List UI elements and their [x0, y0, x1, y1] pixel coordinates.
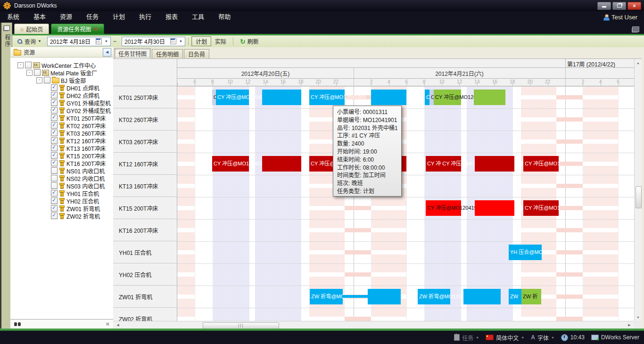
vertical-scrollbar[interactable]: ▲ ▼	[634, 59, 642, 321]
tree-expander-icon[interactable]: -	[26, 70, 33, 76]
query-button[interactable]: 查询 ▼	[14, 37, 44, 46]
close-button[interactable]: ×	[627, 2, 641, 10]
gantt-task-bar[interactable]: ZW 折弯@MO12041901	[418, 289, 450, 304]
gantt-task-bar[interactable]: CY 冲压@MO12041901	[216, 90, 249, 105]
refresh-button[interactable]: ↻ 刷新	[236, 37, 263, 46]
tree-expander-icon[interactable]: -	[36, 77, 42, 83]
tree-checkbox[interactable]	[51, 107, 58, 114]
tree-checkbox[interactable]	[51, 160, 58, 166]
tree-checkbox[interactable]	[51, 167, 58, 174]
scroll-up-arrow[interactable]: ▲	[635, 59, 642, 66]
menu-item-8[interactable]: 帮助	[211, 11, 238, 23]
tree-item-kt02[interactable]: KT02 260T冲床	[10, 122, 113, 129]
scroll-left-arrow[interactable]: ◀	[114, 321, 122, 329]
scroll-down-arrow[interactable]: ▼	[635, 313, 642, 321]
tree-item-kt16[interactable]: KT16 200T冲床	[10, 159, 113, 167]
gantt-task-bar[interactable]	[475, 200, 514, 216]
menu-item-6[interactable]: 报表	[158, 11, 185, 23]
tab-resource-task-view[interactable]: 资源任务视图 ✕	[51, 24, 104, 34]
tab-task-detail[interactable]: 任务明细	[152, 49, 183, 58]
gantt-task-bar[interactable]: CY 冲压@MO12041901	[309, 90, 345, 105]
date-to-field[interactable]: 2012年 4月30日 ▼	[122, 37, 185, 46]
gantt-task-bar[interactable]	[474, 90, 505, 105]
gantt-task-bar[interactable]	[463, 289, 501, 304]
close-icon[interactable]: ×	[106, 320, 109, 328]
tree-item-kt03[interactable]: KT03 260T冲床	[10, 129, 113, 137]
collapse-panel-button[interactable]: ◀	[103, 48, 111, 57]
gantt-task-bar[interactable]	[262, 156, 301, 172]
gantt-task-bar[interactable]: C	[425, 90, 429, 105]
tree-item-ns01[interactable]: NS01 内收口机	[10, 167, 113, 174]
gantt-task-bar[interactable]: CY 冲压@MO1	[523, 200, 559, 216]
tree-checkbox[interactable]	[51, 84, 58, 91]
gantt-task-bar[interactable]	[371, 90, 406, 105]
tree-checkbox[interactable]	[51, 205, 58, 212]
gantt-task-bar[interactable]: C	[429, 90, 434, 105]
gantt-task-bar[interactable]: ZW 折	[521, 289, 541, 304]
tab-close-icon[interactable]: ✕	[93, 26, 98, 32]
tree-item-bj[interactable]: -BJ 钣金部	[10, 76, 113, 84]
tree-checkbox[interactable]	[51, 197, 58, 204]
gantt-task-bar[interactable]	[343, 295, 368, 298]
status-language-menu[interactable]: 简体中文 ▼	[486, 334, 524, 342]
tree-item-zw01[interactable]: ZW01 折弯机	[10, 205, 113, 212]
gantt-task-bar[interactable]: CY 冲压@MO12041902	[434, 90, 461, 105]
tree-checkbox[interactable]	[51, 92, 58, 98]
gantt-task-bar[interactable]	[262, 90, 301, 105]
actual-toggle-button[interactable]: 实际	[211, 37, 230, 46]
status-task-menu[interactable]: 任务 ▼	[454, 334, 479, 342]
menu-item-1[interactable]: 基本	[26, 11, 53, 23]
gantt-task-bar[interactable]: YH 压合@MO1	[509, 245, 542, 260]
tree-checkbox[interactable]	[25, 62, 32, 68]
scroll-right-arrow[interactable]: ▶	[626, 321, 633, 329]
gantt-task-bar[interactable]: ZW	[509, 289, 521, 304]
tree-checkbox[interactable]	[51, 122, 58, 129]
menu-item-5[interactable]: 执行	[132, 11, 158, 23]
menu-item-7[interactable]: 工具	[185, 11, 211, 23]
tree-checkbox[interactable]	[51, 175, 58, 181]
menu-item-0[interactable]: 系统	[0, 11, 26, 23]
date-from-field[interactable]: 2012年 4月18日 ▼	[47, 37, 111, 46]
horizontal-scroll-thumb[interactable]	[203, 322, 279, 329]
tree-item-kt13[interactable]: KT13 160T冲床	[10, 144, 113, 152]
tree-checkbox[interactable]	[51, 152, 58, 159]
tree-item-kt15[interactable]: KT15 200T冲床	[10, 152, 113, 159]
gantt-task-bar[interactable]: CY 冲压@MO12041904	[212, 156, 249, 172]
tree-item-workcenter[interactable]: -WorkCenter 工作中心	[10, 61, 113, 69]
tree-item-dh02[interactable]: DH02 点焊机	[10, 91, 113, 99]
menu-item-2[interactable]: 资源	[53, 11, 79, 23]
tree-checkbox[interactable]	[51, 115, 58, 121]
tab-daily-load[interactable]: 日负荷	[184, 49, 209, 58]
tree-item-yh02[interactable]: YH02 压合机	[10, 197, 113, 205]
tree-item-zw02[interactable]: ZW02 折弯机	[10, 212, 113, 220]
menu-item-4[interactable]: 计划	[106, 11, 132, 23]
tree-item-gy01[interactable]: GY01 外桶成型机	[10, 99, 113, 106]
restore-button[interactable]	[612, 2, 626, 10]
plan-toggle-button[interactable]: 计划	[191, 36, 211, 46]
chevron-down-icon[interactable]: ▼	[178, 38, 184, 45]
find-icon[interactable]	[14, 322, 21, 327]
tree-item-ns02[interactable]: NS02 内收口机	[10, 174, 113, 182]
tree-item-dh01[interactable]: DH01 点焊机	[10, 84, 113, 91]
tree-expander-icon[interactable]: -	[17, 62, 24, 68]
tree-checkbox[interactable]	[34, 69, 41, 76]
gantt-task-bar[interactable]	[475, 156, 514, 172]
tree-checkbox[interactable]	[51, 190, 58, 197]
tab-home[interactable]: ⌂ 起始页	[14, 24, 49, 34]
tree-item-ns03[interactable]: NS03 内收口机	[10, 182, 113, 189]
horizontal-scrollbar[interactable]: ◀ ▶	[113, 321, 634, 329]
tree-checkbox[interactable]	[51, 182, 58, 189]
menu-item-3[interactable]: 任务	[79, 11, 106, 23]
tree-item-gy02[interactable]: GY02 外桶成型机	[10, 106, 113, 114]
tree-checkbox[interactable]	[51, 213, 58, 219]
tree-checkbox[interactable]	[51, 99, 58, 106]
status-font-menu[interactable]: A 字体 ▼	[531, 334, 554, 342]
gantt-task-bar[interactable]: ZW 折弯@MO12041901	[310, 289, 343, 304]
gantt-task-bar[interactable]: CY 冲压@MO12041903	[426, 200, 461, 216]
tree-item-yh01[interactable]: YH01 压合机	[10, 189, 113, 197]
tree-checkbox[interactable]	[51, 137, 58, 144]
tree-item-kt12[interactable]: KT12 160T冲床	[10, 137, 113, 144]
minimize-button[interactable]	[597, 2, 611, 10]
tree-checkbox[interactable]	[51, 145, 58, 151]
tree-checkbox[interactable]	[44, 77, 50, 83]
